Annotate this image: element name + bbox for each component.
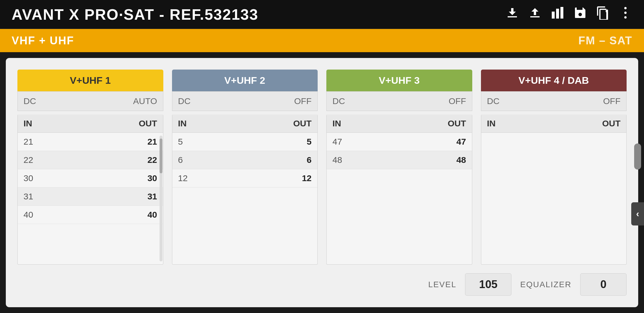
panel-vuhf3: V+UHF 3 DC OFF IN OUT 47 47 48 48: [326, 70, 472, 265]
panel-vuhf1: V+UHF 1 DC AUTO IN OUT 21 21 22 22: [17, 70, 163, 265]
save-icon[interactable]: [573, 6, 587, 23]
panel2-in-out-header: IN OUT: [172, 114, 318, 133]
panel2-row-2: 12 12: [172, 169, 318, 188]
panel1-row-1: 22 22: [18, 151, 163, 169]
panel-vuhf2: V+UHF 2 DC OFF IN OUT 5 5 6 6: [172, 70, 318, 265]
level-value[interactable]: 105: [465, 273, 511, 296]
svg-rect-0: [552, 12, 555, 19]
svg-point-5: [624, 16, 627, 19]
panel4-header: V+UHF 4 / DAB: [481, 70, 627, 91]
tab-fm-sat[interactable]: FM – SAT: [578, 34, 632, 47]
panel2-row1-in: 6: [178, 155, 245, 165]
upload-icon[interactable]: [528, 6, 542, 23]
download-icon[interactable]: [505, 6, 519, 23]
panel1-row2-out: 30: [90, 173, 157, 183]
level-label: LEVEL: [428, 280, 456, 289]
bar-chart-icon[interactable]: [551, 6, 565, 23]
panel3-row0-in: 47: [332, 137, 399, 147]
panel1-header: V+UHF 1: [17, 70, 163, 91]
bottom-bar: LEVEL 105 EQUALIZER 0: [17, 270, 627, 296]
panel2-row-0: 5 5: [172, 133, 318, 151]
main-content: V+UHF 1 DC AUTO IN OUT 21 21 22 22: [6, 58, 638, 307]
panel1-row-0: 21 21: [18, 133, 163, 151]
panel1-dc-label: DC: [23, 96, 36, 106]
panel1-row-4: 40 40: [18, 206, 163, 224]
panel2-header: V+UHF 2: [172, 70, 318, 91]
panel2-row2-in: 12: [178, 173, 245, 183]
panel1-dc-row: DC AUTO: [17, 91, 163, 111]
tab-bar: VHF + UHF FM – SAT: [0, 29, 644, 52]
svg-rect-2: [560, 7, 563, 19]
header: AVANT X PRO·SAT - REF.532133: [0, 0, 644, 29]
panel2-col-in: IN: [178, 119, 245, 128]
panel3-dc-value: OFF: [449, 96, 466, 106]
panel1-dc-value: AUTO: [133, 96, 157, 106]
panel1-row-2: 30 30: [18, 169, 163, 188]
panel1-in-out: IN OUT 21 21 22 22 30 30: [17, 114, 163, 265]
panels-row: V+UHF 1 DC AUTO IN OUT 21 21 22 22: [17, 70, 627, 265]
panel2-body: 5 5 6 6 12 12: [172, 133, 318, 264]
equalizer-value[interactable]: 0: [580, 273, 627, 296]
panel1-row4-out: 40: [90, 210, 157, 220]
panel3-in-out-header: IN OUT: [327, 114, 472, 133]
panel3-header: V+UHF 3: [326, 70, 472, 91]
panel2-in-out: IN OUT 5 5 6 6 12 12: [172, 114, 318, 265]
panel1-col-out: OUT: [90, 119, 157, 128]
header-toolbar: [505, 6, 632, 23]
panel3-in-out: IN OUT 47 47 48 48: [326, 114, 472, 265]
panel1-row3-in: 31: [23, 192, 90, 201]
panel3-body: 47 47 48 48: [327, 133, 472, 264]
panel2-row1-out: 6: [245, 155, 312, 165]
app-title: AVANT X PRO·SAT - REF.532133: [12, 6, 258, 23]
svg-point-3: [624, 7, 627, 9]
panel1-scroll-track[interactable]: [160, 136, 162, 261]
tab-vhf-uhf[interactable]: VHF + UHF: [12, 34, 74, 47]
panel3-row0-out: 47: [399, 137, 466, 147]
panel3-col-in: IN: [332, 119, 399, 128]
panel2-row0-in: 5: [178, 137, 245, 147]
panel2-dc-label: DC: [178, 96, 191, 106]
panel1-row1-in: 22: [23, 155, 90, 165]
panel-vuhf4: V+UHF 4 / DAB DC OFF IN OUT: [481, 70, 627, 265]
panel3-row1-in: 48: [332, 155, 399, 165]
panel4-col-out: OUT: [554, 119, 621, 128]
panel3-row1-out: 48: [399, 155, 466, 165]
panel2-col-out: OUT: [245, 119, 312, 128]
more-vert-icon[interactable]: [618, 6, 632, 23]
panel1-row4-in: 40: [23, 210, 90, 220]
panel1-row1-out: 22: [90, 155, 157, 165]
right-scrollbar[interactable]: [634, 143, 641, 170]
panel1-row3-out: 31: [90, 192, 157, 201]
panel4-dc-row: DC OFF: [481, 91, 627, 111]
panel2-row2-out: 12: [245, 173, 312, 183]
svg-rect-1: [556, 9, 559, 19]
panel4-dc-label: DC: [487, 96, 500, 106]
panel1-row-3: 31 31: [18, 188, 163, 206]
panel3-dc-row: DC OFF: [326, 91, 472, 111]
panel4-col-in: IN: [487, 119, 554, 128]
panel2-dc-row: DC OFF: [172, 91, 318, 111]
panel1-row0-in: 21: [23, 137, 90, 147]
panel1-in-out-header: IN OUT: [18, 114, 163, 133]
panel1-row0-out: 21: [90, 137, 157, 147]
panel2-row0-out: 5: [245, 137, 312, 147]
equalizer-label: EQUALIZER: [520, 280, 571, 289]
panel4-dc-value: OFF: [603, 96, 621, 106]
panel3-dc-label: DC: [332, 96, 345, 106]
panel1-body: 21 21 22 22 30 30 31 31: [18, 133, 163, 264]
panel3-row-0: 47 47: [327, 133, 472, 151]
copy-icon[interactable]: [596, 6, 610, 23]
panel3-col-out: OUT: [399, 119, 466, 128]
panel2-row-1: 6 6: [172, 151, 318, 169]
panel2-dc-value: OFF: [294, 96, 312, 106]
panel1-col-in: IN: [23, 119, 90, 128]
panel3-row-1: 48 48: [327, 151, 472, 169]
panel1-scroll-thumb[interactable]: [160, 139, 162, 173]
panel4-in-out: IN OUT: [481, 114, 627, 265]
chevron-left-icon: ‹: [636, 208, 639, 219]
panel1-row2-in: 30: [23, 173, 90, 183]
svg-point-4: [624, 12, 627, 14]
panel4-in-out-header: IN OUT: [481, 114, 627, 133]
panel4-body: [481, 133, 627, 264]
collapse-arrow[interactable]: ‹: [631, 202, 644, 225]
